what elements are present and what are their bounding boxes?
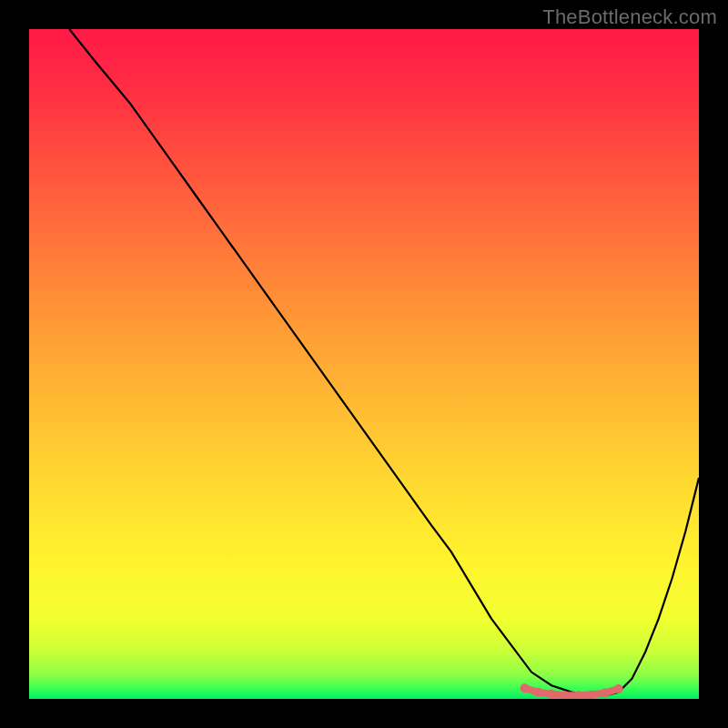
chart-frame: TheBottleneck.com <box>0 0 728 728</box>
series-optimal-range-marker-dot <box>601 688 610 697</box>
series-optimal-range-marker-dot <box>533 688 542 697</box>
series-optimal-range-marker-dot <box>521 683 530 693</box>
series-optimal-range-marker-dot <box>547 690 556 699</box>
plot-area <box>29 29 699 699</box>
watermark-text: TheBottleneck.com <box>542 5 717 29</box>
series-optimal-range-marker-dot <box>614 684 623 693</box>
series-bottleneck-curve <box>69 29 699 695</box>
chart-svg <box>29 29 699 699</box>
